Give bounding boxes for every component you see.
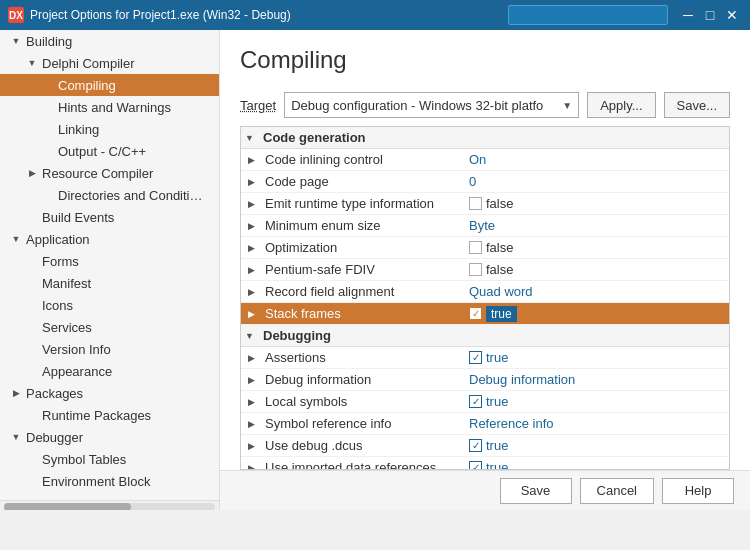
- close-button[interactable]: ✕: [722, 5, 742, 25]
- prop-row-emit-runtime[interactable]: ▶ Emit runtime type information false: [241, 193, 729, 215]
- sidebar-item-symbol-tables[interactable]: Symbol Tables: [0, 448, 219, 470]
- appearance-arrow: [24, 363, 40, 379]
- prop-row-assertions[interactable]: ▶ Assertions ✓ true: [241, 347, 729, 369]
- assertions-cb-box[interactable]: ✓: [469, 351, 482, 364]
- sidebar-item-services[interactable]: Services: [0, 316, 219, 338]
- prop-row-use-debug-dcus[interactable]: ▶ Use debug .dcus ✓ true: [241, 435, 729, 457]
- sidebar-label-directories: Directories and Conditi…: [56, 188, 203, 203]
- stack-frames-checkbox[interactable]: ✓ true: [469, 306, 517, 322]
- hints-warnings-arrow: [40, 99, 56, 115]
- sidebar-label-runtime-packages: Runtime Packages: [40, 408, 151, 423]
- min-enum-value: Byte: [461, 218, 729, 233]
- pentium-val-label: false: [486, 262, 513, 277]
- sidebar-item-version-info[interactable]: Version Info: [0, 338, 219, 360]
- maximize-button[interactable]: □: [700, 5, 720, 25]
- sidebar-hscroll[interactable]: [0, 500, 219, 510]
- section-debugging[interactable]: ▼ Debugging: [241, 325, 729, 347]
- prop-row-code-page[interactable]: ▶ Code page 0: [241, 171, 729, 193]
- bottom-help-button[interactable]: Help: [662, 478, 734, 504]
- app-icon: DX: [8, 7, 24, 23]
- prop-row-use-imported-data[interactable]: ▶ Use imported data references ✓ true: [241, 457, 729, 470]
- runtime-packages-arrow: [24, 407, 40, 423]
- symbol-tables-arrow: [24, 451, 40, 467]
- code-gen-section-label: Code generation: [263, 130, 366, 145]
- sidebar-label-icons: Icons: [40, 298, 73, 313]
- prop-row-debug-info[interactable]: ▶ Debug information Debug information: [241, 369, 729, 391]
- hscroll-track[interactable]: [4, 503, 215, 511]
- sidebar-label-linking: Linking: [56, 122, 99, 137]
- prop-row-stack-frames[interactable]: ▶ Stack frames ✓ true: [241, 303, 729, 325]
- apply-button[interactable]: Apply...: [587, 92, 655, 118]
- bottom-cancel-button[interactable]: Cancel: [580, 478, 654, 504]
- record-alignment-arrow: ▶: [241, 287, 261, 297]
- assertions-checkbox[interactable]: ✓ true: [469, 350, 508, 365]
- title-search-input[interactable]: [508, 5, 668, 25]
- prop-row-local-symbols[interactable]: ▶ Local symbols ✓ true: [241, 391, 729, 413]
- sidebar-item-application[interactable]: ▼ Application: [0, 228, 219, 250]
- min-enum-arrow: ▶: [241, 221, 261, 231]
- build-events-arrow: [24, 209, 40, 225]
- sidebar-item-hints-warnings[interactable]: Hints and Warnings: [0, 96, 219, 118]
- building-arrow: ▼: [8, 33, 24, 49]
- sidebar-item-runtime-packages[interactable]: Runtime Packages: [0, 404, 219, 426]
- stack-frames-arrow: ▶: [241, 309, 261, 319]
- sidebar-item-compiling[interactable]: Compiling: [0, 74, 219, 96]
- sidebar-item-packages[interactable]: ▶ Packages: [0, 382, 219, 404]
- use-debug-dcus-cb-box[interactable]: ✓: [469, 439, 482, 452]
- sidebar-item-linking[interactable]: Linking: [0, 118, 219, 140]
- section-code-generation[interactable]: ▼ Code generation: [241, 127, 729, 149]
- sidebar-label-compiling: Compiling: [56, 78, 116, 93]
- sidebar-item-environment-block[interactable]: Environment Block: [0, 470, 219, 492]
- stack-frames-cb-box[interactable]: ✓: [469, 307, 482, 320]
- code-page-arrow: ▶: [241, 177, 261, 187]
- sidebar-item-appearance[interactable]: Appearance: [0, 360, 219, 382]
- bottom-save-button[interactable]: Save: [500, 478, 572, 504]
- sidebar-item-building[interactable]: ▼ Building: [0, 30, 219, 52]
- pentium-cb-box[interactable]: [469, 263, 482, 276]
- code-page-value: 0: [461, 174, 729, 189]
- emit-runtime-name: Emit runtime type information: [261, 196, 461, 211]
- sidebar-label-delphi-compiler: Delphi Compiler: [40, 56, 134, 71]
- local-symbols-cb-box[interactable]: ✓: [469, 395, 482, 408]
- hscroll-thumb[interactable]: [4, 503, 131, 511]
- save-dotdot-button[interactable]: Save...: [664, 92, 730, 118]
- local-symbols-checkbox[interactable]: ✓ true: [469, 394, 508, 409]
- minimize-button[interactable]: ─: [678, 5, 698, 25]
- pentium-checkbox[interactable]: false: [469, 262, 513, 277]
- use-imported-data-cb-box[interactable]: ✓: [469, 461, 482, 470]
- target-section: Target Debug configuration - Windows 32-…: [220, 92, 750, 126]
- content-area: Compiling Target Debug configuration - W…: [220, 30, 750, 510]
- prop-row-min-enum[interactable]: ▶ Minimum enum size Byte: [241, 215, 729, 237]
- sidebar-item-forms[interactable]: Forms: [0, 250, 219, 272]
- optimization-cb-box[interactable]: [469, 241, 482, 254]
- emit-runtime-checkbox[interactable]: false: [469, 196, 513, 211]
- symbol-ref-arrow: ▶: [241, 419, 261, 429]
- sidebar-item-resource-compiler[interactable]: ▶ Resource Compiler: [0, 162, 219, 184]
- use-debug-dcus-checkbox[interactable]: ✓ true: [469, 438, 508, 453]
- assertions-arrow: ▶: [241, 353, 261, 363]
- sidebar-item-icons[interactable]: Icons: [0, 294, 219, 316]
- target-dropdown[interactable]: Debug configuration - Windows 32-bit pla…: [284, 92, 579, 118]
- stack-frames-val-label: true: [486, 306, 517, 322]
- debugging-section-label: Debugging: [263, 328, 331, 343]
- sidebar-item-directories[interactable]: Directories and Conditi…: [0, 184, 219, 206]
- manifest-arrow: [24, 275, 40, 291]
- optimization-checkbox[interactable]: false: [469, 240, 513, 255]
- use-imported-data-checkbox[interactable]: ✓ true: [469, 460, 508, 470]
- code-inlining-name: Code inlining control: [261, 152, 461, 167]
- pentium-arrow: ▶: [241, 265, 261, 275]
- sidebar-item-build-events[interactable]: Build Events: [0, 206, 219, 228]
- prop-row-record-alignment[interactable]: ▶ Record field alignment Quad word: [241, 281, 729, 303]
- stack-frames-value: ✓ true: [461, 306, 729, 322]
- sidebar-item-output-cpp[interactable]: Output - C/C++: [0, 140, 219, 162]
- sidebar-item-debugger[interactable]: ▼ Debugger: [0, 426, 219, 448]
- prop-row-optimization[interactable]: ▶ Optimization false: [241, 237, 729, 259]
- emit-runtime-cb-box[interactable]: [469, 197, 482, 210]
- sidebar-label-symbol-tables: Symbol Tables: [40, 452, 126, 467]
- prop-row-symbol-ref[interactable]: ▶ Symbol reference info Reference info: [241, 413, 729, 435]
- sidebar-item-manifest[interactable]: Manifest: [0, 272, 219, 294]
- sidebar-item-delphi-compiler[interactable]: ▼ Delphi Compiler: [0, 52, 219, 74]
- sidebar-label-build-events: Build Events: [40, 210, 114, 225]
- prop-row-pentium[interactable]: ▶ Pentium-safe FDIV false: [241, 259, 729, 281]
- prop-row-code-inlining[interactable]: ▶ Code inlining control On: [241, 149, 729, 171]
